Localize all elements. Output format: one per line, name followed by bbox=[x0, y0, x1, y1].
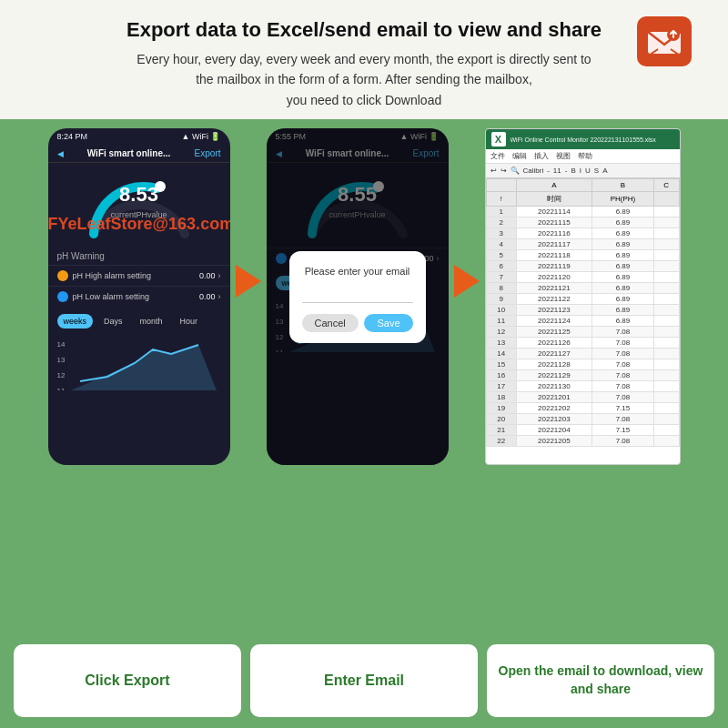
phone1-alarm1-label: pH High alarm setting bbox=[73, 271, 199, 280]
excel-search[interactable]: 🔍 bbox=[511, 167, 520, 175]
excel-cell-date: 20221123 bbox=[516, 305, 592, 316]
excel-color[interactable]: A bbox=[602, 167, 607, 175]
excel-cell-empty bbox=[653, 403, 679, 414]
excel-menu-edit[interactable]: 编辑 bbox=[512, 151, 527, 161]
excel-undo[interactable]: ↩ bbox=[490, 167, 497, 175]
excel-cell-empty bbox=[653, 316, 679, 327]
excel-menu-help[interactable]: 帮助 bbox=[578, 151, 592, 161]
excel-cell-ph: 6.89 bbox=[592, 272, 653, 283]
excel-font-size[interactable]: 11 bbox=[553, 167, 561, 175]
header-section: Export data to Excel/send email to view … bbox=[0, 0, 728, 119]
excel-table-row: 2202211156.89 bbox=[486, 217, 679, 228]
excel-cell-date: 20221130 bbox=[516, 381, 592, 392]
excel-cell-ph: 6.89 bbox=[592, 250, 653, 261]
phone2-save-btn[interactable]: Save bbox=[364, 314, 412, 332]
excel-cell-empty bbox=[653, 436, 679, 447]
excel-row-number: 15 bbox=[486, 359, 516, 370]
excel-row-number: 3 bbox=[486, 228, 516, 239]
phone1-tab-days[interactable]: Days bbox=[97, 314, 129, 329]
excel-cell-ph: 7.15 bbox=[592, 447, 653, 448]
excel-cell-empty bbox=[653, 272, 679, 283]
excel-col-row bbox=[486, 179, 516, 192]
excel-toolbar: ↩ ↪ 🔍 Calibri - 11 - B I U S A bbox=[486, 164, 680, 178]
excel-row-number: 4 bbox=[486, 239, 516, 250]
phone1-app-name: WiFi smart online... bbox=[87, 148, 171, 158]
phone2-cancel-btn[interactable]: Cancel bbox=[302, 314, 359, 332]
excel-underline[interactable]: U bbox=[585, 167, 591, 175]
excel-cell-empty bbox=[653, 305, 679, 316]
excel-cell-ph: 6.89 bbox=[592, 261, 653, 272]
excel-col-c: C bbox=[653, 179, 679, 192]
phone1-chart-svg bbox=[71, 336, 217, 390]
phone1-tab-month[interactable]: month bbox=[134, 314, 169, 329]
phone1-gauge-area: 8.53 currentPHvalue bbox=[48, 163, 230, 248]
excel-cell-empty bbox=[653, 381, 679, 392]
phone2-email-input[interactable] bbox=[302, 285, 413, 303]
excel-row-number: 5 bbox=[486, 250, 516, 261]
excel-table-body: 1202211146.892202211156.893202211166.894… bbox=[486, 207, 679, 448]
excel-cell-ph: 7.08 bbox=[592, 436, 653, 447]
excel-table-row: 19202212027.15 bbox=[486, 403, 679, 414]
excel-bold[interactable]: B bbox=[571, 167, 575, 175]
excel-cell-ph: 6.89 bbox=[592, 217, 653, 228]
excel-row-number: 11 bbox=[486, 316, 516, 327]
excel-cell-date: 20221119 bbox=[516, 261, 592, 272]
phone2-dialog-overlay: Please enter your email Cancel Save bbox=[267, 128, 449, 465]
phone1-gauge-svg bbox=[80, 170, 198, 243]
phone1-ph-label: currentPHvalue bbox=[110, 210, 167, 219]
phone1-icons: ▲ WiFi 🔋 bbox=[182, 132, 221, 141]
excel-screen: X WiFi Online Control Monitor 2202221311… bbox=[485, 128, 681, 465]
excel-cell-date: 20221129 bbox=[516, 370, 592, 381]
excel-cell-empty bbox=[653, 414, 679, 425]
excel-table-row: 20202212037.08 bbox=[486, 414, 679, 425]
excel-cell-date: 20221122 bbox=[516, 294, 592, 305]
email-icon-box bbox=[637, 16, 692, 66]
phone2-dialog-box: Please enter your email Cancel Save bbox=[289, 251, 426, 343]
excel-italic[interactable]: I bbox=[580, 167, 581, 175]
excel-cell-empty bbox=[653, 359, 679, 370]
excel-cell-empty bbox=[653, 217, 679, 228]
phone1-alarm2-dot bbox=[57, 291, 68, 302]
phone-screen-2: 5:55 PM ▲ WiFi 🔋 ◀ WiFi smart online... … bbox=[267, 128, 449, 465]
excel-row-number: 17 bbox=[486, 381, 516, 392]
phone1-tab-weeks[interactable]: weeks bbox=[57, 314, 94, 329]
phone1-ph-warning: pH Warning bbox=[48, 248, 230, 265]
excel-table-row: 4202211176.89 bbox=[486, 239, 679, 250]
excel-cell-date: 20221128 bbox=[516, 359, 592, 370]
excel-row-number: 22 bbox=[486, 436, 516, 447]
page-wrapper: Export data to Excel/send email to view … bbox=[0, 0, 728, 728]
excel-row-number: 19 bbox=[486, 403, 516, 414]
excel-table-container: A B C f 时间 PH(PH) 1202211146.89220221115… bbox=[486, 178, 680, 447]
excel-cell-empty bbox=[653, 261, 679, 272]
phone1-export-btn[interactable]: Export bbox=[195, 148, 221, 158]
excel-menu-file[interactable]: 文件 bbox=[490, 151, 505, 161]
excel-cell-empty bbox=[653, 250, 679, 261]
excel-cell-ph: 7.08 bbox=[592, 381, 653, 392]
excel-cell-date: 20221121 bbox=[516, 283, 592, 294]
excel-strikethrough[interactable]: S bbox=[594, 167, 599, 175]
excel-filename: WiFi Online Control Monitor 220222131101… bbox=[511, 136, 656, 143]
excel-redo[interactable]: ↪ bbox=[500, 167, 507, 175]
excel-row-number: 10 bbox=[486, 305, 516, 316]
excel-cell-ph: 6.89 bbox=[592, 294, 653, 305]
phone-screen-1: 8:24 PM ▲ WiFi 🔋 ◀ WiFi smart online... … bbox=[48, 128, 230, 465]
excel-cell-empty bbox=[653, 239, 679, 250]
excel-cell-empty bbox=[653, 349, 679, 359]
phone1-tab-hour[interactable]: Hour bbox=[174, 314, 205, 329]
phone1-alarm2-row: pH Low alarm setting 0.00 › bbox=[48, 286, 230, 307]
arrow-2-icon bbox=[454, 265, 480, 298]
phone1-alarm1-value: 0.00 bbox=[199, 271, 216, 280]
excel-cell-ph: 7.08 bbox=[592, 349, 653, 359]
excel-cell-empty bbox=[653, 228, 679, 239]
excel-cell-date: 20221116 bbox=[516, 228, 592, 239]
excel-font[interactable]: Calibri bbox=[523, 167, 544, 175]
excel-cell-date: 20221124 bbox=[516, 316, 592, 327]
excel-menu-view[interactable]: 视图 bbox=[556, 151, 571, 161]
phone1-alarm2-arrow: › bbox=[218, 292, 221, 301]
enter-email-label: Enter Email bbox=[324, 672, 404, 689]
excel-table-row: 9202211226.89 bbox=[486, 294, 679, 305]
excel-menu-insert[interactable]: 插入 bbox=[534, 151, 549, 161]
excel-col-empty bbox=[653, 192, 679, 207]
excel-cell-ph: 7.08 bbox=[592, 414, 653, 425]
excel-table: A B C f 时间 PH(PH) 1202211146.89220221115… bbox=[486, 178, 680, 447]
